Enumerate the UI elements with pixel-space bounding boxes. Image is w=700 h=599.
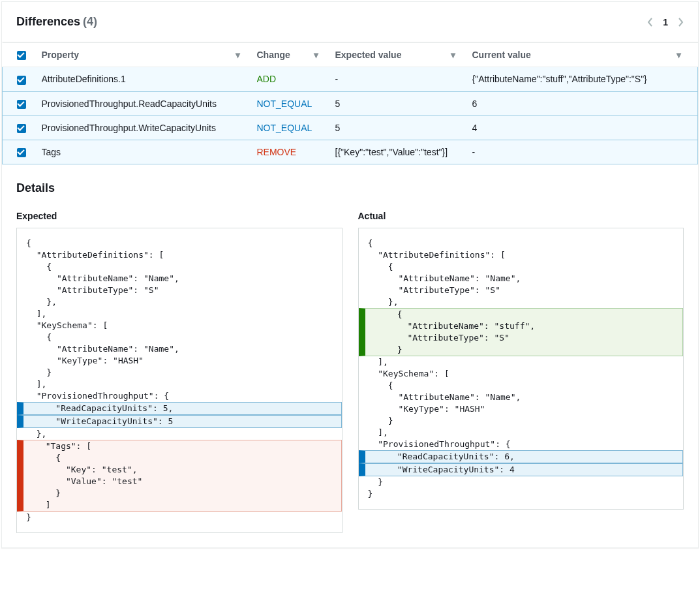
code-line: { bbox=[17, 331, 342, 343]
details-title: Details bbox=[16, 181, 684, 195]
select-all-checkbox[interactable] bbox=[17, 51, 26, 60]
table-row[interactable]: ProvisionedThroughput.WriteCapacityUnits… bbox=[3, 115, 698, 140]
code-line: "ReadCapacityUnits": 5, bbox=[26, 403, 341, 414]
pager-page: 1 bbox=[663, 17, 668, 27]
select-all-header[interactable] bbox=[3, 43, 42, 67]
code-line: "WriteCapacityUnits": 5 bbox=[26, 416, 341, 427]
code-line: "AttributeType": "S" bbox=[368, 332, 683, 344]
row-checkbox[interactable] bbox=[17, 124, 26, 133]
code-line: "WriteCapacityUnits": 4 bbox=[368, 464, 683, 476]
code-line: "ReadCapacityUnits": 6, bbox=[368, 451, 683, 463]
sort-icon: ▾ bbox=[236, 50, 240, 60]
diff-highlight-blue: "WriteCapacityUnits": 4 bbox=[359, 463, 684, 476]
diff-highlight-blue: "WriteCapacityUnits": 5 bbox=[17, 415, 342, 428]
code-line: } bbox=[359, 488, 684, 500]
row-checkbox[interactable] bbox=[17, 76, 26, 85]
code-line: "AttributeType": "S" bbox=[359, 284, 684, 296]
code-line: "AttributeName": "Name", bbox=[359, 273, 684, 284]
expected-label: Expected bbox=[16, 211, 342, 221]
code-line: "AttributeName": "Name", bbox=[359, 392, 684, 403]
code-line: "KeySchema": [ bbox=[17, 320, 342, 331]
diff-highlight-blue: "ReadCapacityUnits": 5, bbox=[17, 402, 342, 415]
row-checkbox[interactable] bbox=[17, 100, 26, 109]
code-line: "ProvisionedThroughput": { bbox=[359, 438, 684, 450]
code-line: ], bbox=[359, 356, 684, 368]
code-line: "KeySchema": [ bbox=[359, 368, 684, 380]
diff-highlight-green: { "AttributeName": "stuff", "AttributeTy… bbox=[359, 308, 684, 356]
code-line: ], bbox=[17, 378, 342, 390]
cell-property: ProvisionedThroughput.ReadCapacityUnits bbox=[42, 91, 257, 115]
code-line: "Tags": [ bbox=[26, 440, 341, 452]
col-expected[interactable]: Expected value ▾ bbox=[335, 43, 472, 67]
expected-code[interactable]: { "AttributeDefinitions": [ { "Attribute… bbox=[16, 228, 342, 533]
code-line: "AttributeDefinitions": [ bbox=[359, 249, 684, 261]
code-line: } bbox=[359, 415, 684, 427]
cell-expected: - bbox=[335, 67, 472, 91]
cell-expected: 5 bbox=[335, 91, 472, 115]
code-line: "Value": "test" bbox=[26, 476, 341, 487]
table-row[interactable]: AttributeDefinitions.1ADD-{"AttributeNam… bbox=[3, 67, 698, 91]
code-line: ], bbox=[17, 308, 342, 320]
code-line: } bbox=[26, 487, 341, 499]
sort-icon: ▾ bbox=[451, 50, 455, 60]
code-line: { bbox=[26, 452, 341, 464]
sort-icon: ▾ bbox=[314, 50, 318, 60]
code-line: }, bbox=[17, 296, 342, 308]
code-line: }, bbox=[17, 428, 342, 440]
cell-current: 4 bbox=[472, 115, 698, 140]
cell-expected: [{"Key":"test","Value":"test"}] bbox=[335, 140, 472, 164]
col-expected-label: Expected value bbox=[335, 50, 402, 60]
row-checkbox[interactable] bbox=[17, 148, 26, 157]
code-line: "AttributeName": "Name", bbox=[17, 273, 342, 284]
expected-column: Expected { "AttributeDefinitions": [ { "… bbox=[16, 211, 342, 533]
code-line: "KeyType": "HASH" bbox=[359, 403, 684, 415]
cell-change: NOT_EQUAL bbox=[257, 115, 335, 140]
cell-property: AttributeDefinitions.1 bbox=[42, 67, 257, 91]
details-section: Details Expected { "AttributeDefinitions… bbox=[2, 164, 698, 547]
code-line: }, bbox=[359, 296, 684, 308]
pager: 1 bbox=[647, 17, 684, 27]
cell-current: {"AttributeName":"stuff","AttributeType"… bbox=[472, 67, 698, 91]
cell-property: Tags bbox=[42, 140, 257, 164]
pager-prev-icon[interactable] bbox=[647, 17, 654, 27]
code-line: } bbox=[368, 344, 683, 356]
code-line: { bbox=[359, 238, 684, 249]
sort-icon: ▾ bbox=[677, 50, 681, 60]
code-line: "Key": "test", bbox=[26, 464, 341, 476]
cell-change: ADD bbox=[257, 67, 335, 91]
actual-column: Actual { "AttributeDefinitions": [ { "At… bbox=[358, 211, 684, 533]
diff-highlight-blue: "ReadCapacityUnits": 6, bbox=[359, 450, 684, 463]
code-line: } bbox=[17, 512, 342, 523]
col-property-label: Property bbox=[42, 50, 80, 60]
pager-next-icon[interactable] bbox=[677, 17, 684, 27]
col-change[interactable]: Change ▾ bbox=[257, 43, 335, 67]
panel-header: Differences (4) 1 bbox=[2, 2, 698, 42]
code-line: "ProvisionedThroughput": { bbox=[17, 390, 342, 402]
col-current-label: Current value bbox=[472, 50, 531, 60]
col-change-label: Change bbox=[257, 50, 290, 60]
cell-current: 6 bbox=[472, 91, 698, 115]
differences-table: Property ▾ Change ▾ Expected value ▾ Cur… bbox=[2, 42, 698, 164]
code-line: } bbox=[359, 476, 684, 488]
code-line: "AttributeType": "S" bbox=[17, 284, 342, 296]
differences-panel: Differences (4) 1 Property ▾ bbox=[1, 1, 699, 548]
diff-highlight-red: "Tags": [ { "Key": "test", "Value": "tes… bbox=[17, 440, 342, 512]
cell-change: NOT_EQUAL bbox=[257, 91, 335, 115]
cell-change: REMOVE bbox=[257, 140, 335, 164]
code-line: { bbox=[17, 261, 342, 273]
actual-code[interactable]: { "AttributeDefinitions": [ { "Attribute… bbox=[358, 228, 684, 510]
code-line: { bbox=[368, 309, 683, 320]
table-row[interactable]: ProvisionedThroughput.ReadCapacityUnitsN… bbox=[3, 91, 698, 115]
table-row[interactable]: TagsREMOVE[{"Key":"test","Value":"test"}… bbox=[3, 140, 698, 164]
col-current[interactable]: Current value ▾ bbox=[472, 43, 698, 67]
code-line: ], bbox=[359, 427, 684, 438]
code-line: "AttributeDefinitions": [ bbox=[17, 249, 342, 261]
panel-title: Differences bbox=[16, 15, 80, 28]
col-property[interactable]: Property ▾ bbox=[42, 43, 257, 67]
cell-current: - bbox=[472, 140, 698, 164]
cell-expected: 5 bbox=[335, 115, 472, 140]
code-line: { bbox=[359, 261, 684, 273]
code-line: { bbox=[17, 238, 342, 249]
differences-count: (4) bbox=[83, 15, 97, 28]
code-line: } bbox=[17, 367, 342, 378]
